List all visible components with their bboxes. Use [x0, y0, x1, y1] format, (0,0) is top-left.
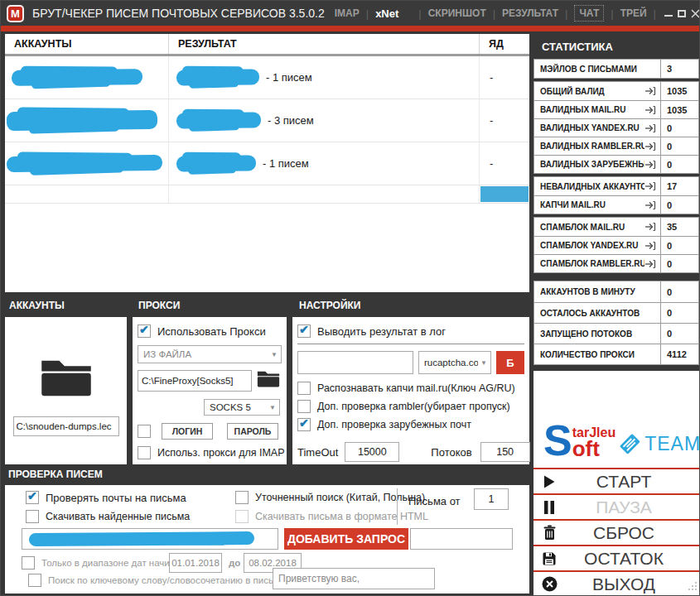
redacted-query: [29, 531, 254, 546]
log-output-checkbox[interactable]: [297, 324, 311, 338]
minimize-button[interactable]: [664, 4, 673, 22]
proxy-type-dropdown[interactable]: SOCKS 5 ▼: [204, 399, 280, 416]
html-format-checkbox[interactable]: [235, 510, 249, 523]
redacted-account: [12, 69, 142, 86]
proxy-file-input[interactable]: [138, 370, 252, 392]
proxy-folder-button[interactable]: [256, 369, 281, 392]
column-header-poison[interactable]: ЯД: [480, 34, 529, 54]
remainder-button[interactable]: ОСТАТОК: [533, 545, 699, 570]
rambler-check-label: Доп. проверка rambler(убирает пропуск): [317, 401, 510, 412]
export-arrow-icon[interactable]: [644, 237, 660, 254]
proxy-source-dropdown[interactable]: ИЗ ФАЙЛА ▼: [138, 345, 282, 363]
settings-panel-header: НАСТРОЙКИ: [299, 300, 360, 311]
add-query-button[interactable]: ДОБАВИТЬ ЗАПРОС: [284, 528, 408, 550]
table-row-selected[interactable]: [5, 185, 529, 204]
maximize-button[interactable]: [678, 4, 686, 22]
query-side-input[interactable]: [410, 528, 513, 550]
minimize-icon: [664, 15, 673, 17]
export-arrow-icon[interactable]: [644, 137, 660, 155]
save-icon: [535, 551, 563, 566]
keyword-search-checkbox[interactable]: [28, 574, 41, 587]
proxy-panel-header: ПРОКСИ: [138, 300, 180, 311]
reset-button[interactable]: СБРОС: [533, 519, 699, 545]
stat-group: НЕВАЛИДНЫХ АККАУНТОВ 17 КАПЧИ MAIL.RU 0: [533, 176, 699, 214]
date-range-checkbox[interactable]: [22, 556, 35, 570]
stat-row: ВАЛИДНЫХ MAIL.RU 1035: [534, 100, 698, 118]
titlebar-separator: |: [493, 7, 495, 20]
folder-icon[interactable]: [38, 357, 94, 403]
proxy-panel: Использовать Прокси ИЗ ФАЙЛА ▼ SOCKS 5 ▼…: [133, 317, 287, 464]
keyword-input[interactable]: [273, 568, 435, 589]
threads-label: Потоков: [431, 446, 471, 459]
pause-label: ПАУЗА: [563, 497, 699, 517]
export-arrow-icon[interactable]: [644, 218, 660, 236]
keyword-search-label: Поиск по ключевому слову/словосочетанию …: [48, 575, 292, 585]
table-row[interactable]: - 3 писем -: [5, 99, 529, 142]
rambler-check-checkbox[interactable]: [297, 400, 311, 413]
captcha-service-dropdown[interactable]: rucaptcha.co ▼: [418, 351, 491, 374]
threads-input[interactable]: [480, 442, 530, 462]
chevron-down-icon: ▼: [480, 359, 487, 367]
exit-button[interactable]: ВЫХОД: [533, 570, 699, 596]
results-table-header: АККАУНТЫ РЕЗУЛЬТАТ ЯД: [5, 34, 529, 56]
pause-button[interactable]: ПАУЗА: [533, 493, 699, 519]
proxy-login-button[interactable]: ЛОГИН: [162, 423, 213, 440]
menu-chat[interactable]: ЧАТ: [574, 5, 604, 22]
export-arrow-icon[interactable]: [644, 119, 660, 137]
captcha-service-value: rucaptcha.co: [424, 358, 478, 368]
menu-imap[interactable]: IMAP: [335, 7, 360, 19]
stat-value: 35: [660, 218, 698, 236]
date-from-input[interactable]: [169, 553, 222, 573]
proxy-imap-checkbox[interactable]: [138, 446, 151, 459]
menu-tray[interactable]: ТРЕЙ: [620, 7, 647, 19]
menu-screenshot[interactable]: СКРИНШОТ: [428, 7, 486, 19]
proxy-type-value: SOCKS 5: [210, 402, 267, 412]
stat-label: ВАЛИДНЫХ ЗАРУБЕЖНЫХ: [534, 156, 644, 173]
chevron-down-icon: ▼: [271, 351, 278, 358]
timeout-label: TimeOut: [297, 446, 338, 459]
accounts-file-path-input[interactable]: [13, 416, 119, 436]
letters-from-input[interactable]: [474, 488, 509, 510]
timeout-input[interactable]: [345, 442, 399, 462]
stat-label: СПАМБЛОК MAIL.RU: [534, 218, 644, 236]
download-letters-label: Скачивать найденные письма: [46, 511, 190, 522]
redacted-result: [176, 155, 256, 171]
proxy-password-button[interactable]: ПАРОЛЬ: [227, 423, 278, 440]
stat-row: ОБЩИЙ ВАЛИД 1035: [534, 82, 698, 100]
download-letters-checkbox[interactable]: [26, 510, 39, 523]
statistics-header: СТАТИСТИКА: [533, 34, 699, 59]
query-input[interactable]: [22, 528, 278, 550]
use-proxy-checkbox[interactable]: [138, 324, 151, 338]
export-arrow-icon[interactable]: [644, 255, 660, 272]
stat-label: ЗАПУЩЕНО ПОТОКОВ: [534, 324, 660, 344]
foreign-check-checkbox[interactable]: [297, 418, 311, 431]
stat-row: КАПЧИ MAIL.RU 0: [534, 195, 698, 214]
stat-row: ЗАПУЩЕНО ПОТОКОВ 0: [534, 323, 698, 344]
recognize-captcha-checkbox[interactable]: [297, 382, 311, 395]
resize-grip[interactable]: [687, 579, 698, 594]
export-arrow-icon[interactable]: [644, 196, 660, 214]
menu-xnet[interactable]: xNet: [375, 7, 398, 20]
stat-value: 4112: [660, 344, 698, 364]
accent-stripe: [1, 26, 699, 31]
export-arrow-icon[interactable]: [644, 156, 660, 173]
start-button[interactable]: СТАРТ: [533, 468, 699, 493]
table-row[interactable]: - 1 писем -: [5, 56, 529, 99]
refined-search-checkbox[interactable]: [235, 491, 249, 504]
check-letters-checkbox[interactable]: [26, 491, 39, 504]
menu-result[interactable]: РЕЗУЛЬТАТ: [502, 7, 558, 19]
captcha-key-input[interactable]: [297, 351, 413, 374]
close-button[interactable]: [691, 4, 700, 22]
table-row[interactable]: - 1 писем -: [5, 142, 529, 185]
export-arrow-icon[interactable]: [644, 177, 660, 195]
balance-button[interactable]: Б: [496, 351, 524, 374]
export-arrow-icon[interactable]: [644, 101, 660, 118]
column-header-result[interactable]: РЕЗУЛЬТАТ: [169, 34, 480, 54]
stat-row: СПАМБЛОК MAIL.RU 35: [534, 218, 698, 236]
stat-value: 0: [660, 303, 698, 323]
close-circle-icon: [535, 576, 563, 592]
export-arrow-icon[interactable]: [644, 82, 660, 100]
app-logo-icon: M: [7, 5, 24, 22]
column-header-accounts[interactable]: АККАУНТЫ: [5, 34, 169, 54]
proxy-auth-checkbox[interactable]: [138, 425, 151, 438]
